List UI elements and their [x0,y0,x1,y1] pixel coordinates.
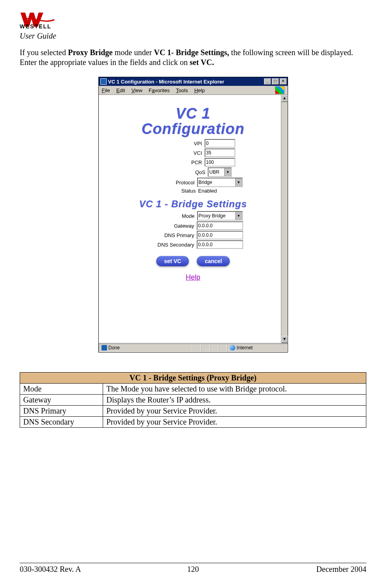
footer-left: 030-300432 Rev. A [20,565,135,574]
cell-key: Gateway [20,395,103,406]
label-vpi: VPI [151,141,205,147]
para-b2: VC 1- Bridge Settings, [154,48,229,57]
status-zone: Internet [237,345,253,351]
footer-center: 120 [135,565,251,574]
cell-val: Provided by your Service Provider. [103,417,366,428]
table-row: GatewayDisplays the Router’s IP address. [20,395,366,406]
select-protocol[interactable]: Bridge▼ [197,178,243,187]
para-b1: Proxy Bridge [68,48,113,57]
westell-logo: WESTELL [20,12,75,29]
status-cell [210,344,218,352]
table-row: DNS PrimaryProvided by your Service Prov… [20,406,366,417]
settings-table: VC 1 - Bridge Settings (Proxy Bridge) Mo… [20,372,366,428]
page-header: WESTELL User Guide [20,12,366,41]
cell-key: DNS Secondary [20,417,103,428]
label-vci: VCI [151,150,205,156]
input-vci[interactable] [205,148,235,157]
titlebar: VC 1 Configuration - Microsoft Internet … [99,77,288,86]
status-cell [201,344,210,352]
select-protocol-value: Bridge [199,180,212,185]
select-mode[interactable]: Proxy Bridge▼ [197,211,243,221]
input-vpi[interactable] [205,139,235,148]
set-vc-button[interactable]: set VC [156,256,189,266]
menu-edit[interactable]: Edit [116,87,125,93]
para-b3: set VC. [190,58,214,67]
chevron-down-icon: ▼ [235,178,242,186]
select-qos-value: UBR [209,169,219,175]
ie-icon [100,78,107,85]
heading-configuration: Configuration [111,121,276,137]
input-dns-primary[interactable] [197,231,243,239]
close-button[interactable]: × [280,78,287,85]
footer-right: December 2004 [251,565,366,574]
page-icon [102,345,107,351]
windows-logo-icon [275,86,284,94]
scroll-up-button[interactable]: ▲ [281,95,288,102]
statusbar: Done Internet [99,343,288,352]
scrollbar[interactable]: ▲ ▼ [281,95,288,343]
globe-icon [230,345,235,351]
cell-key: DNS Primary [20,406,103,417]
cancel-button[interactable]: cancel [197,256,230,266]
page-footer: 030-300432 Rev. A 120 December 2004 [20,563,366,574]
browser-window: VC 1 Configuration - Microsoft Internet … [98,77,288,352]
chevron-down-icon: ▼ [235,212,242,220]
select-qos[interactable]: UBR▼ [208,167,232,177]
help-link[interactable]: Help [186,273,200,282]
value-status: Enabled [198,188,242,194]
label-dns-primary: DNS Primary [143,232,197,238]
intro-paragraph: If you selected Proxy Bridge mode under … [20,48,366,67]
cell-val: Displays the Router’s IP address. [103,395,366,406]
table-row: DNS SecondaryProvided by your Service Pr… [20,417,366,428]
svg-text:WESTELL: WESTELL [20,23,52,29]
label-status: Status [145,188,198,194]
menu-tools[interactable]: Tools [176,87,188,93]
cell-key: Mode [20,384,103,395]
content-area: ▲ ▼ VC 1 Configuration VPI VCI PCR QoSUB… [99,95,288,343]
table-title: VC 1 - Bridge Settings (Proxy Bridge) [20,373,366,384]
label-gateway: Gateway [143,223,197,229]
status-cell [192,344,201,352]
para-t2: mode under [113,48,154,57]
cell-val: Provided by your Service Provider. [103,406,366,417]
input-gateway[interactable] [197,221,243,230]
select-mode-value: Proxy Bridge [199,213,226,219]
minimize-button[interactable]: _ [264,78,271,85]
cell-val: The Mode you have selected to use with B… [103,384,366,395]
label-dns-secondary: DNS Secondary [143,242,197,248]
heading-bridge-settings: VC 1 - Bridge Settings [111,198,276,210]
window-title: VC 1 Configuration - Microsoft Internet … [108,79,264,85]
status-cell [218,344,227,352]
menu-file[interactable]: File [102,87,110,93]
doc-subtitle: User Guide [20,32,366,41]
input-pcr[interactable] [205,158,235,167]
label-pcr: PCR [151,160,205,165]
input-dns-secondary[interactable] [197,240,243,249]
menubar: File Edit View Favorites Tools Help [99,86,288,95]
para-t1: If you selected [20,48,68,57]
menu-favorites[interactable]: Favorites [149,87,170,93]
table-row: ModeThe Mode you have selected to use wi… [20,384,366,395]
label-qos: QoS [154,169,208,175]
label-protocol: Protocol [144,180,197,185]
scroll-down-button[interactable]: ▼ [281,336,288,343]
chevron-down-icon: ▼ [224,168,231,176]
menu-view[interactable]: View [131,87,142,93]
heading-vc1: VC 1 [111,105,276,122]
maximize-button[interactable]: □ [272,78,279,85]
label-mode: Mode [144,213,197,219]
menu-help[interactable]: Help [194,87,205,93]
status-done: Done [109,345,120,351]
